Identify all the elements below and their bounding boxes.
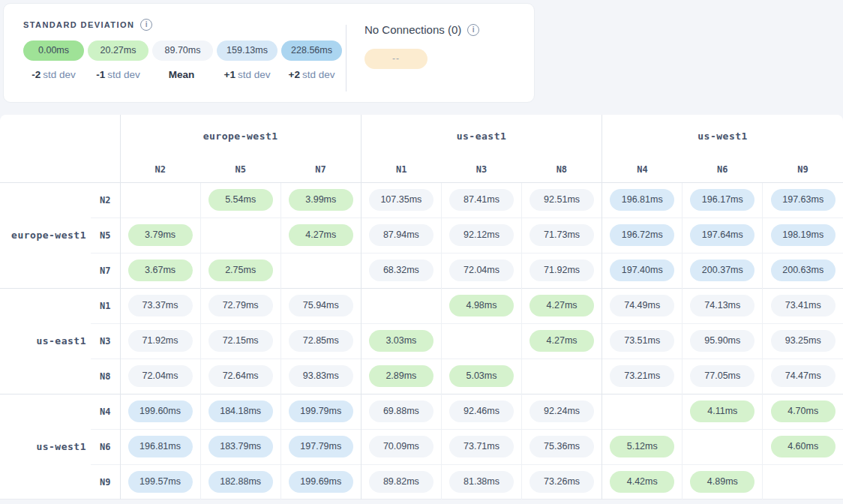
std-dev-pill-minus1: 20.27ms [88,40,148,61]
latency-pill[interactable]: 70.09ms [369,436,434,458]
latency-pill[interactable]: 183.79ms [208,436,273,458]
column-node-header-N9: N9 [763,158,843,182]
latency-pill[interactable]: 4.70ms [771,400,836,422]
latency-pill[interactable]: 77.05ms [690,365,754,387]
latency-pill[interactable]: 182.88ms [208,471,273,493]
latency-pill[interactable]: 197.64ms [690,224,754,246]
row-node-header-N7: N7 [91,253,120,288]
latency-pill[interactable]: 198.19ms [771,224,836,246]
std-dev-label: Mean [152,69,213,80]
latency-cell-N4-N3: 92.46ms [441,394,521,429]
latency-cell-N3-N6: 95.90ms [682,323,763,358]
latency-cell-N7-N4: 197.40ms [602,253,682,288]
latency-pill[interactable]: 197.63ms [771,189,836,211]
latency-pill[interactable]: 4.27ms [530,330,594,352]
latency-pill[interactable]: 3.03ms [369,330,434,352]
latency-cell-N2-N9: 197.63ms [763,182,843,218]
latency-pill[interactable]: 69.88ms [369,400,434,422]
std-dev-pill-mean: 89.70ms [152,40,213,61]
latency-pill[interactable]: 74.13ms [690,295,754,316]
latency-pill[interactable]: 4.89ms [690,471,754,493]
latency-cell-N9-N3: 81.38ms [441,464,521,500]
column-node-header-N4: N4 [602,158,682,182]
latency-pill[interactable]: 87.41ms [449,189,514,211]
latency-pill[interactable]: 74.47ms [771,365,836,387]
latency-pill[interactable]: 3.67ms [128,260,193,281]
column-region-header-us-east1: us-east1 [361,115,602,158]
latency-cell-N2-N2 [120,182,200,218]
no-connections-legend: No Connections (0) i -- [346,4,479,102]
latency-pill[interactable]: 93.83ms [289,365,353,387]
latency-pill[interactable]: 81.38ms [449,471,514,493]
latency-pill[interactable]: 196.17ms [690,189,754,211]
row-region-header-us-east1: us-east1 [0,288,91,394]
latency-cell-N6-N8: 75.36ms [522,429,602,464]
latency-pill[interactable]: 71.73ms [530,224,594,246]
latency-pill[interactable]: 2.75ms [208,260,273,281]
latency-pill[interactable]: 5.54ms [208,189,273,211]
latency-pill[interactable]: 73.51ms [610,330,674,352]
latency-pill[interactable]: 89.82ms [369,471,434,493]
std-dev-stop: 159.13ms +1std dev [217,40,278,80]
latency-pill[interactable]: 184.18ms [208,400,273,422]
latency-pill[interactable]: 87.94ms [369,224,434,246]
info-icon[interactable]: i [467,24,479,36]
latency-matrix-table: europe-west1us-east1us-west1N2N5N7N1N3N8… [0,115,843,500]
latency-pill[interactable]: 72.79ms [208,295,273,316]
latency-pill[interactable]: 4.60ms [771,436,836,458]
latency-pill[interactable]: 73.37ms [128,295,193,316]
latency-pill[interactable]: 4.11ms [690,400,754,422]
latency-pill[interactable]: 92.12ms [449,224,514,246]
latency-pill[interactable]: 197.79ms [289,436,353,458]
latency-pill[interactable]: 4.27ms [530,295,594,316]
latency-pill[interactable]: 71.92ms [128,330,193,352]
latency-pill[interactable]: 196.81ms [610,189,674,211]
latency-pill[interactable]: 72.85ms [289,330,353,352]
latency-pill[interactable]: 5.12ms [610,436,674,458]
latency-pill[interactable]: 3.79ms [128,224,193,246]
latency-pill[interactable]: 72.04ms [449,260,514,281]
latency-pill[interactable]: 197.40ms [610,260,674,281]
latency-pill[interactable]: 74.49ms [610,295,674,316]
latency-pill[interactable]: 71.92ms [530,260,594,281]
latency-pill[interactable]: 4.98ms [449,295,514,316]
row-node-header-N1: N1 [91,288,120,323]
latency-pill[interactable]: 75.94ms [289,295,353,316]
latency-pill[interactable]: 2.89ms [369,365,434,387]
latency-pill[interactable]: 95.90ms [690,330,754,352]
latency-pill[interactable]: 92.46ms [449,400,514,422]
latency-pill[interactable]: 5.03ms [449,365,514,387]
info-icon[interactable]: i [140,19,152,31]
latency-pill[interactable]: 200.63ms [771,260,836,281]
latency-cell-N4-N5: 184.18ms [200,394,280,429]
latency-pill[interactable]: 68.32ms [369,260,434,281]
latency-cell-N4-N6: 4.11ms [682,394,763,429]
latency-cell-N5-N4: 196.72ms [602,218,682,253]
latency-pill[interactable]: 3.99ms [289,189,353,211]
latency-pill[interactable]: 107.35ms [369,189,434,211]
latency-pill[interactable]: 199.60ms [128,400,193,422]
latency-pill[interactable]: 93.25ms [771,330,836,352]
latency-pill[interactable]: 199.69ms [289,471,353,493]
latency-pill[interactable]: 73.41ms [771,295,836,316]
latency-pill[interactable]: 73.71ms [449,436,514,458]
latency-pill[interactable]: 92.24ms [530,400,594,422]
latency-pill[interactable]: 4.42ms [610,471,674,493]
latency-pill[interactable]: 4.27ms [289,224,353,246]
latency-pill[interactable]: 72.15ms [208,330,273,352]
latency-pill[interactable]: 199.57ms [128,471,193,493]
latency-pill[interactable]: 196.72ms [610,224,674,246]
latency-cell-N2-N5: 5.54ms [200,182,280,218]
latency-pill[interactable]: 75.36ms [530,436,594,458]
latency-pill[interactable]: 196.81ms [128,436,193,458]
latency-pill[interactable]: 199.79ms [289,400,353,422]
latency-pill[interactable]: 72.04ms [128,365,193,387]
latency-cell-N6-N4: 5.12ms [602,429,682,464]
latency-pill[interactable]: 200.37ms [690,260,754,281]
latency-pill[interactable]: 73.21ms [610,365,674,387]
column-node-header-N5: N5 [200,158,280,182]
latency-pill[interactable]: 92.51ms [530,189,594,211]
latency-pill[interactable]: 73.26ms [530,471,594,493]
latency-cell-N8-N9: 74.47ms [763,358,843,394]
latency-pill[interactable]: 72.64ms [208,365,273,387]
